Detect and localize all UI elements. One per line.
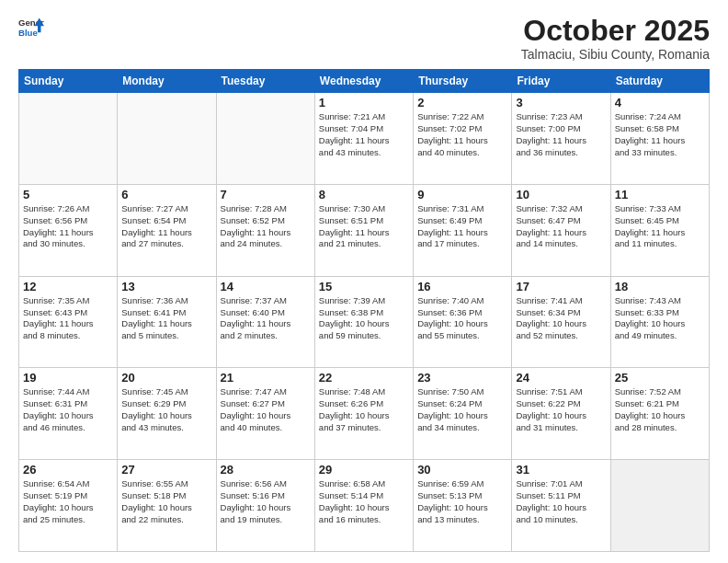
calendar-cell: 18Sunrise: 7:43 AM Sunset: 6:33 PM Dayli… [610,276,709,368]
cell-info: Sunrise: 7:47 AM Sunset: 6:27 PM Dayligh… [221,386,311,433]
day-number: 10 [516,188,606,201]
day-number: 18 [615,280,705,293]
day-number: 14 [221,280,311,293]
calendar-cell: 21Sunrise: 7:47 AM Sunset: 6:27 PM Dayli… [216,368,314,460]
day-number: 2 [417,96,507,109]
calendar-cell: 22Sunrise: 7:48 AM Sunset: 6:26 PM Dayli… [314,368,413,460]
calendar-cell: 10Sunrise: 7:32 AM Sunset: 6:47 PM Dayli… [512,184,610,276]
day-number: 27 [121,463,211,477]
day-number: 24 [516,371,606,385]
day-number: 22 [319,371,409,385]
day-number: 12 [23,280,113,293]
day-number: 3 [516,96,606,109]
calendar-cell: 19Sunrise: 7:44 AM Sunset: 6:31 PM Dayli… [19,368,118,460]
cell-info: Sunrise: 7:27 AM Sunset: 6:54 PM Dayligh… [121,203,211,250]
calendar-cell: 27Sunrise: 6:55 AM Sunset: 5:18 PM Dayli… [118,460,216,552]
calendar-cell: 31Sunrise: 7:01 AM Sunset: 5:11 PM Dayli… [512,460,610,552]
cell-info: Sunrise: 6:58 AM Sunset: 5:14 PM Dayligh… [319,478,409,525]
calendar-cell: 4Sunrise: 7:24 AM Sunset: 6:58 PM Daylig… [610,93,709,185]
day-number: 7 [221,188,311,201]
cell-info: Sunrise: 7:28 AM Sunset: 6:52 PM Dayligh… [221,203,311,250]
cell-info: Sunrise: 7:50 AM Sunset: 6:24 PM Dayligh… [417,386,507,433]
calendar-cell: 8Sunrise: 7:30 AM Sunset: 6:51 PM Daylig… [314,184,413,276]
calendar-cell: 14Sunrise: 7:37 AM Sunset: 6:40 PM Dayli… [216,276,314,368]
cell-info: Sunrise: 7:39 AM Sunset: 6:38 PM Dayligh… [319,295,409,342]
cell-info: Sunrise: 7:31 AM Sunset: 6:49 PM Dayligh… [417,203,507,250]
day-number: 15 [319,280,409,293]
calendar-cell: 12Sunrise: 7:35 AM Sunset: 6:43 PM Dayli… [19,276,118,368]
day-number: 4 [615,96,705,109]
day-number: 17 [516,280,606,293]
day-number: 19 [23,371,113,385]
calendar-cell: 13Sunrise: 7:36 AM Sunset: 6:41 PM Dayli… [118,276,216,368]
cell-info: Sunrise: 7:24 AM Sunset: 6:58 PM Dayligh… [615,111,705,158]
cell-info: Sunrise: 7:41 AM Sunset: 6:34 PM Dayligh… [516,295,606,342]
calendar-cell: 28Sunrise: 6:56 AM Sunset: 5:16 PM Dayli… [216,460,314,552]
cell-info: Sunrise: 7:52 AM Sunset: 6:21 PM Dayligh… [615,386,705,433]
day-number: 6 [121,188,211,201]
calendar-cell: 2Sunrise: 7:22 AM Sunset: 7:02 PM Daylig… [414,93,512,185]
day-number: 25 [615,371,705,385]
day-number: 31 [516,463,606,477]
calendar-header-tuesday: Tuesday [216,70,314,93]
calendar-header-wednesday: Wednesday [314,70,413,93]
month-title: October 2025 [521,15,710,47]
calendar-header-sunday: Sunday [19,70,118,93]
calendar-cell [610,460,709,552]
calendar-cell: 7Sunrise: 7:28 AM Sunset: 6:52 PM Daylig… [216,184,314,276]
cell-info: Sunrise: 7:22 AM Sunset: 7:02 PM Dayligh… [417,111,507,158]
calendar-cell: 15Sunrise: 7:39 AM Sunset: 6:38 PM Dayli… [314,276,413,368]
calendar-cell: 23Sunrise: 7:50 AM Sunset: 6:24 PM Dayli… [414,368,512,460]
calendar-cell: 3Sunrise: 7:23 AM Sunset: 7:00 PM Daylig… [512,93,610,185]
calendar-cell: 11Sunrise: 7:33 AM Sunset: 6:45 PM Dayli… [610,184,709,276]
day-number: 13 [121,280,211,293]
calendar-week-3: 19Sunrise: 7:44 AM Sunset: 6:31 PM Dayli… [19,368,710,460]
calendar-cell: 9Sunrise: 7:31 AM Sunset: 6:49 PM Daylig… [414,184,512,276]
cell-info: Sunrise: 6:54 AM Sunset: 5:19 PM Dayligh… [23,478,113,525]
day-number: 5 [23,188,113,201]
cell-info: Sunrise: 7:45 AM Sunset: 6:29 PM Dayligh… [121,386,211,433]
day-number: 20 [121,371,211,385]
calendar-cell: 16Sunrise: 7:40 AM Sunset: 6:36 PM Dayli… [414,276,512,368]
cell-info: Sunrise: 7:32 AM Sunset: 6:47 PM Dayligh… [516,203,606,250]
logo-icon: General Blue [18,15,44,40]
header: General Blue October 2025 Talmaciu, Sibi… [18,15,710,62]
calendar-header-friday: Friday [512,70,610,93]
day-number: 9 [417,188,507,201]
calendar-cell: 26Sunrise: 6:54 AM Sunset: 5:19 PM Dayli… [19,460,118,552]
svg-text:Blue: Blue [18,28,38,38]
calendar-cell [19,93,118,185]
calendar-table: SundayMondayTuesdayWednesdayThursdayFrid… [18,69,710,552]
cell-info: Sunrise: 7:35 AM Sunset: 6:43 PM Dayligh… [23,295,113,342]
calendar-cell: 30Sunrise: 6:59 AM Sunset: 5:13 PM Dayli… [414,460,512,552]
calendar-cell [118,93,216,185]
calendar-cell: 29Sunrise: 6:58 AM Sunset: 5:14 PM Dayli… [314,460,413,552]
logo: General Blue [18,15,44,40]
cell-info: Sunrise: 7:44 AM Sunset: 6:31 PM Dayligh… [23,386,113,433]
cell-info: Sunrise: 7:21 AM Sunset: 7:04 PM Dayligh… [319,111,409,158]
day-number: 30 [417,463,507,477]
title-block: October 2025 Talmaciu, Sibiu County, Rom… [521,15,710,62]
day-number: 26 [23,463,113,477]
cell-info: Sunrise: 7:51 AM Sunset: 6:22 PM Dayligh… [516,386,606,433]
calendar-header-saturday: Saturday [610,70,709,93]
calendar-week-4: 26Sunrise: 6:54 AM Sunset: 5:19 PM Dayli… [19,460,710,552]
cell-info: Sunrise: 7:23 AM Sunset: 7:00 PM Dayligh… [516,111,606,158]
calendar-cell [216,93,314,185]
cell-info: Sunrise: 7:37 AM Sunset: 6:40 PM Dayligh… [221,295,311,342]
calendar-cell: 20Sunrise: 7:45 AM Sunset: 6:29 PM Dayli… [118,368,216,460]
calendar-week-0: 1Sunrise: 7:21 AM Sunset: 7:04 PM Daylig… [19,93,710,185]
day-number: 16 [417,280,507,293]
cell-info: Sunrise: 7:30 AM Sunset: 6:51 PM Dayligh… [319,203,409,250]
calendar-week-1: 5Sunrise: 7:26 AM Sunset: 6:56 PM Daylig… [19,184,710,276]
page: General Blue October 2025 Talmaciu, Sibi… [0,0,728,563]
calendar-cell: 1Sunrise: 7:21 AM Sunset: 7:04 PM Daylig… [314,93,413,185]
day-number: 28 [221,463,311,477]
calendar-header-thursday: Thursday [414,70,512,93]
cell-info: Sunrise: 7:43 AM Sunset: 6:33 PM Dayligh… [615,295,705,342]
day-number: 1 [319,96,409,109]
subtitle: Talmaciu, Sibiu County, Romania [521,47,710,62]
cell-info: Sunrise: 6:55 AM Sunset: 5:18 PM Dayligh… [121,478,211,525]
cell-info: Sunrise: 6:59 AM Sunset: 5:13 PM Dayligh… [417,478,507,525]
calendar-cell: 17Sunrise: 7:41 AM Sunset: 6:34 PM Dayli… [512,276,610,368]
